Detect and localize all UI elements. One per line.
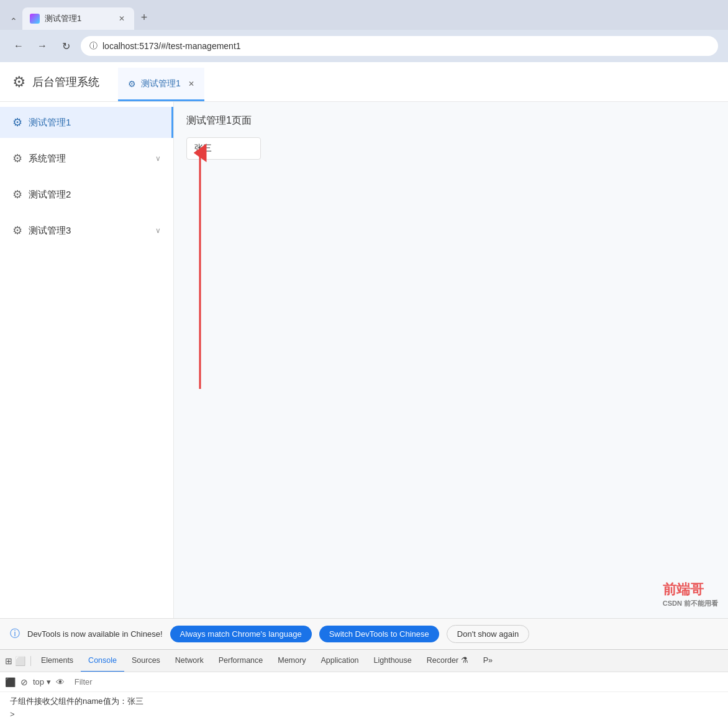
main-content: ⚙ 测试管理1 ⚙ 系统管理 ∨ ⚙ 测试管理2 ⚙ 测试管理3 xyxy=(0,102,728,618)
devtools-tab-network[interactable]: Network xyxy=(168,650,211,672)
switch-to-chinese-button[interactable]: Switch DevTools to Chinese xyxy=(319,626,439,642)
sidebar-chevron-icon-4: ∨ xyxy=(155,226,161,235)
sidebar-gear-icon-4: ⚙ xyxy=(12,224,22,237)
app-area: ⚙ 后台管理系统 ⚙ 测试管理1 ✕ ⚙ 测试管理1 xyxy=(0,62,728,725)
tab-scroll-left[interactable]: ⌃ xyxy=(5,12,22,30)
sidebar-item-test-mgmt2[interactable]: ⚙ 测试管理2 xyxy=(0,179,173,210)
watermark-main: 前端哥 xyxy=(663,580,718,599)
sidebar-item-test-mgmt3[interactable]: ⚙ 测试管理3 ∨ xyxy=(0,215,173,246)
url-text: localhost:5173/#/test-management1 xyxy=(102,41,241,51)
sidebar-gear-icon-1: ⚙ xyxy=(12,116,22,129)
devtools-icon-group: ⊞ ⬜ xyxy=(5,656,31,666)
console-block-icon[interactable]: ⬛ xyxy=(5,677,16,687)
devtools-console-bar: ⬛ ⊘ top ▾ 👁 xyxy=(0,672,728,691)
info-icon: ⓘ xyxy=(10,627,20,641)
browser-tab-bar: ⌃ 测试管理1 ✕ + xyxy=(0,0,728,30)
back-button[interactable]: ← xyxy=(10,37,27,55)
app-tab-close-button[interactable]: ✕ xyxy=(188,80,194,88)
logo-gear-icon: ⚙ xyxy=(12,73,26,91)
sidebar-label-3: 测试管理2 xyxy=(29,189,71,201)
annotation-arrow xyxy=(181,134,219,398)
console-filter-input[interactable] xyxy=(70,677,723,686)
console-eye-icon[interactable]: 👁 xyxy=(56,677,65,687)
devtools-notification-bar: ⓘ DevTools is now available in Chinese! … xyxy=(0,618,728,649)
console-top-select[interactable]: top ▾ xyxy=(33,677,51,686)
browser-window: ⌃ 测试管理1 ✕ + ← → ↻ ⓘ localhost:5173/#/tes… xyxy=(0,0,728,725)
sidebar: ⚙ 测试管理1 ⚙ 系统管理 ∨ ⚙ 测试管理2 ⚙ 测试管理3 xyxy=(0,102,174,618)
browser-tab-active[interactable]: 测试管理1 ✕ xyxy=(22,7,134,30)
app-logo-title: 后台管理系统 xyxy=(32,75,99,89)
app-tab-icon: ⚙ xyxy=(128,79,136,89)
app-tab-label: 测试管理1 xyxy=(141,78,181,89)
sidebar-item-system-mgmt[interactable]: ⚙ 系统管理 ∨ xyxy=(0,143,173,174)
sidebar-label-1: 测试管理1 xyxy=(29,117,71,129)
sidebar-separator-2 xyxy=(0,174,173,179)
secure-icon: ⓘ xyxy=(89,40,98,52)
devtools-tab-bar: ⊞ ⬜ Elements Console Sources Network Per… xyxy=(0,649,728,672)
page-title: 测试管理1页面 xyxy=(186,114,716,127)
reload-button[interactable]: ↻ xyxy=(57,37,75,55)
console-output-area: 子组件接收父组件的name值为：张三 > xyxy=(0,691,728,725)
match-language-button[interactable]: Always match Chrome's language xyxy=(170,626,312,642)
devtools-device-icon[interactable]: ⬜ xyxy=(15,656,25,666)
devtools-tab-performance[interactable]: Performance xyxy=(211,650,271,672)
dont-show-again-button[interactable]: Don't show again xyxy=(447,625,529,643)
new-tab-button[interactable]: + xyxy=(134,7,154,27)
name-input[interactable]: 张三 xyxy=(186,137,261,160)
devtools-tab-more[interactable]: P» xyxy=(476,650,500,672)
vite-favicon-icon xyxy=(30,14,40,24)
watermark-sub: CSDN 前不能用看 xyxy=(663,599,718,608)
tab-title: 测试管理1 xyxy=(45,13,112,24)
devtools-tab-recorder[interactable]: Recorder ⚗ xyxy=(419,650,476,672)
forward-button[interactable]: → xyxy=(34,37,51,55)
app-logo: ⚙ 后台管理系统 xyxy=(12,73,112,91)
sidebar-separator-3 xyxy=(0,210,173,215)
console-circle-icon[interactable]: ⊘ xyxy=(20,677,28,687)
devtools-tab-elements[interactable]: Elements xyxy=(34,650,81,672)
sidebar-chevron-icon-2: ∨ xyxy=(155,154,161,163)
sidebar-separator-1 xyxy=(0,138,173,143)
tab-close-button[interactable]: ✕ xyxy=(117,14,127,24)
page-content: 测试管理1页面 张三 xyxy=(174,102,728,618)
devtools-tab-lighthouse[interactable]: Lighthouse xyxy=(366,650,419,672)
address-input[interactable]: ⓘ localhost:5173/#/test-management1 xyxy=(81,36,718,56)
sidebar-label-2: 系统管理 xyxy=(29,153,66,165)
notification-text: DevTools is now available in Chinese! xyxy=(27,629,163,639)
address-bar: ← → ↻ ⓘ localhost:5173/#/test-management… xyxy=(0,30,728,62)
devtools-grid-icon[interactable]: ⊞ xyxy=(5,656,12,666)
app-header: ⚙ 后台管理系统 ⚙ 测试管理1 ✕ xyxy=(0,62,728,102)
devtools-tab-sources[interactable]: Sources xyxy=(124,650,168,672)
sidebar-gear-icon-3: ⚙ xyxy=(12,188,22,201)
sidebar-gear-icon-2: ⚙ xyxy=(12,152,22,165)
console-log-line: 子组件接收父组件的name值为：张三 xyxy=(10,696,718,707)
app-tab-bar: ⚙ 测试管理1 ✕ xyxy=(112,62,204,101)
app-tab-test-mgmt1[interactable]: ⚙ 测试管理1 ✕ xyxy=(118,68,204,101)
console-prompt[interactable]: > xyxy=(10,707,718,721)
devtools-tab-memory[interactable]: Memory xyxy=(270,650,313,672)
devtools-tab-application[interactable]: Application xyxy=(313,650,366,672)
watermark: 前端哥 CSDN 前不能用看 xyxy=(663,580,718,608)
sidebar-item-test-mgmt1[interactable]: ⚙ 测试管理1 xyxy=(0,107,173,138)
devtools-tab-console[interactable]: Console xyxy=(81,650,124,672)
sidebar-label-4: 测试管理3 xyxy=(29,225,71,237)
